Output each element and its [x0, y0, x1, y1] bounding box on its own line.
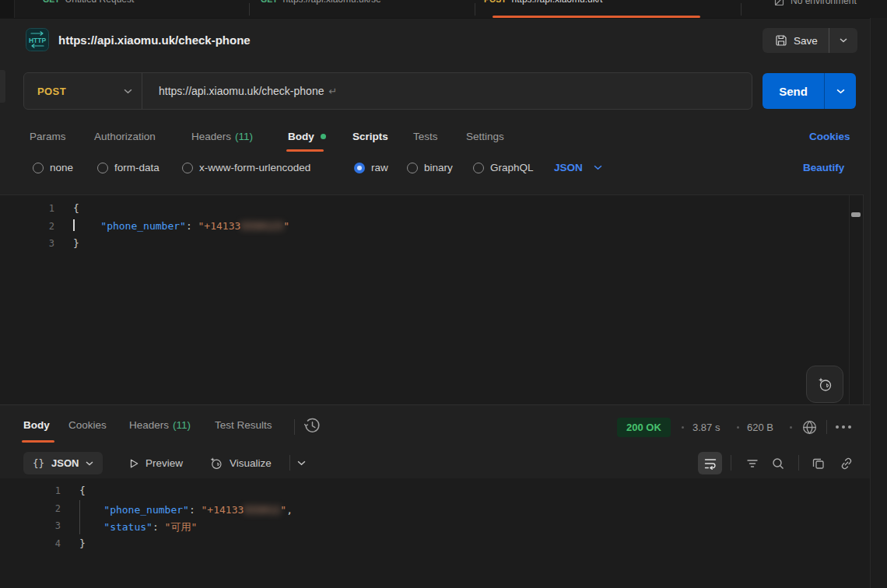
response-body-editor[interactable]: 1{2 "phone_number": "+14133555012",3 "st… — [0, 478, 870, 588]
send-button[interactable]: Send — [763, 73, 856, 109]
svg-text:HTTP: HTTP — [29, 37, 47, 44]
tab-settings[interactable]: Settings — [466, 131, 504, 142]
tab-params[interactable]: Params — [30, 131, 66, 142]
chevron-down-icon — [86, 461, 93, 466]
radio-icon — [407, 163, 418, 173]
save-button-main[interactable]: Save — [763, 28, 829, 53]
code-text: } — [79, 535, 86, 553]
tab-method-post: POST — [484, 0, 507, 4]
response-history-button[interactable] — [303, 417, 321, 435]
dot — [848, 425, 851, 429]
chevron-down-icon — [836, 89, 845, 94]
response-time: 3.87 s — [692, 422, 720, 433]
tab-body[interactable]: Body — [288, 131, 326, 142]
mode-label: x-www-form-urlencoded — [199, 162, 310, 173]
mode-none[interactable]: none — [33, 162, 73, 173]
wrap-text-icon — [703, 457, 717, 471]
globe-icon — [801, 419, 818, 436]
code-line[interactable]: 3} — [0, 235, 863, 253]
line-number: 2 — [0, 500, 61, 518]
language-selector[interactable]: JSON — [554, 162, 602, 173]
chevron-down-icon — [124, 89, 132, 94]
mode-form-data[interactable]: form-data — [97, 162, 160, 173]
request-tab-active[interactable]: POSThttps://api.xiaomu.uk/t — [484, 0, 602, 8]
filter-button[interactable] — [740, 452, 764, 474]
response-tab-test-results[interactable]: Test Results — [215, 419, 272, 431]
code-line[interactable]: 4} — [0, 535, 870, 553]
mode-raw[interactable]: raw — [354, 162, 388, 173]
send-dropdown-button[interactable] — [825, 89, 856, 94]
divider — [731, 455, 731, 471]
response-tab-cookies[interactable]: Cookies — [68, 419, 107, 431]
url-text: https://api.xiaomu.uk/check-phone — [159, 85, 324, 97]
tab-method-get: GET — [43, 0, 60, 4]
scrollbar-thumb[interactable] — [851, 212, 861, 217]
beautify-link[interactable]: Beautify — [803, 162, 844, 173]
more-options-button[interactable] — [836, 425, 851, 429]
code-line[interactable]: 1{ — [0, 200, 863, 218]
headers-count: (11) — [235, 131, 253, 142]
code-line[interactable]: 2 "phone_number": "+14133555012", — [0, 500, 870, 518]
cookies-link[interactable]: Cookies — [809, 131, 850, 142]
request-tab-2[interactable]: GEThttps://api.xiaomu.uk/se — [261, 0, 381, 8]
response-tab-headers[interactable]: Headers(11) — [129, 419, 191, 431]
request-body-editor[interactable]: 1{2 "phone_number": "+141335550123"3} — [0, 194, 864, 404]
method-selector[interactable]: POST — [24, 86, 142, 97]
separator-dot — [737, 426, 739, 429]
postbot-button[interactable] — [806, 366, 843, 403]
link-button[interactable] — [834, 452, 858, 474]
editor-scrollbar[interactable] — [849, 195, 863, 404]
mode-graphql[interactable]: GraphQL — [473, 162, 534, 173]
status-badge: 200 OK — [617, 418, 671, 437]
mode-label: form-data — [114, 162, 160, 173]
mode-binary[interactable]: binary — [407, 162, 453, 173]
mode-x-www-form-urlencoded[interactable]: x-www-form-urlencoded — [182, 162, 310, 173]
line-number: 3 — [0, 235, 54, 253]
tab-authorization[interactable]: Authorization — [94, 131, 156, 142]
code-text: "phone_number": "+141335550123" — [73, 218, 289, 236]
network-info-button[interactable] — [801, 419, 818, 436]
save-dropdown-button[interactable] — [829, 28, 857, 53]
url-bar: POST https://api.xiaomu.uk/check-phone↵ — [23, 72, 752, 110]
braces-icon: {} — [33, 457, 44, 469]
copy-icon — [812, 457, 826, 471]
code-line[interactable]: 3 "status": "可用" — [0, 517, 870, 535]
format-label: JSON — [51, 457, 79, 469]
preview-button[interactable]: Preview — [128, 452, 183, 474]
search-icon — [771, 457, 785, 471]
line-number: 3 — [0, 517, 61, 535]
tab-scripts[interactable]: Scripts — [352, 131, 388, 142]
save-button[interactable]: Save — [763, 28, 857, 53]
tab-headers[interactable]: Headers(11) — [191, 131, 253, 142]
search-button[interactable] — [766, 452, 790, 474]
wrap-text-button[interactable] — [698, 452, 722, 474]
history-clock-icon — [303, 417, 321, 435]
code-text: { — [79, 482, 86, 500]
url-input[interactable]: https://api.xiaomu.uk/check-phone↵ — [142, 85, 752, 97]
response-tab-body[interactable]: Body — [23, 419, 50, 431]
filter-icon — [745, 457, 759, 471]
code-line[interactable]: 1{ — [0, 482, 870, 500]
code-text: { — [73, 200, 79, 218]
visualize-button[interactable]: Visualize — [209, 452, 272, 474]
page-scrollbar-gutter[interactable] — [870, 18, 887, 588]
active-tab-underline — [286, 149, 324, 152]
view-options-button[interactable] — [297, 452, 306, 474]
tab-headers-label: Headers — [129, 419, 169, 431]
tab-tests[interactable]: Tests — [413, 131, 438, 142]
copy-button[interactable] — [806, 452, 830, 474]
dot — [842, 425, 845, 429]
mode-label: raw — [371, 162, 388, 173]
response-format-selector[interactable]: {} JSON — [23, 452, 103, 474]
code-line[interactable]: 2 "phone_number": "+141335550123" — [0, 218, 863, 236]
chevron-down-icon — [840, 38, 847, 43]
mode-label: none — [50, 162, 73, 173]
radio-icon — [473, 163, 484, 173]
request-tab-untitled[interactable]: GETUntitled Request — [43, 0, 134, 8]
divider — [289, 455, 290, 471]
code-text: "status": "可用" — [79, 517, 197, 535]
sidebar-handle[interactable] — [0, 70, 5, 103]
tab-method-get: GET — [261, 0, 278, 4]
save-icon — [775, 34, 787, 47]
environment-selector[interactable]: No environment — [773, 0, 857, 8]
